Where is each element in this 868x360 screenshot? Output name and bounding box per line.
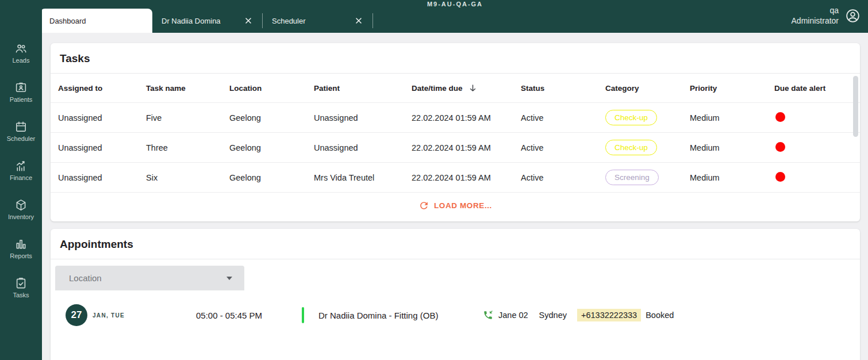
load-more-label: LOAD MORE... [434,201,492,210]
category-badge: Screening [605,170,659,185]
task-name: Three [146,143,229,152]
patient-badge-icon [14,81,28,94]
due-date-alert-dot [775,142,785,152]
people-icon [14,42,28,55]
col-due-date-alert[interactable]: Due date alert [774,84,860,93]
tab-label: Dashboard [49,17,86,25]
tasks-table-header: Assigned to Task name Location Patient D… [51,74,860,103]
task-location: Geelong [229,113,314,122]
topbar: M9-AU-QA-GA Dashboard Dr Nadiia Domina S… [42,0,868,33]
task-priority: Medium [690,113,774,122]
col-task-name[interactable]: Task name [146,84,229,93]
cube-icon [14,198,28,212]
close-icon[interactable] [244,16,253,25]
sidebar-item-reports[interactable]: Reports [0,238,42,261]
col-location[interactable]: Location [229,84,314,93]
appointment-time: 05:00 - 05:45 PM [196,311,302,320]
sort-descending-icon[interactable] [468,84,477,93]
sidebar: Leads Patients Scheduler Finance Invento… [0,0,42,360]
task-priority: Medium [690,143,774,152]
task-patient: Unassigned [314,113,412,122]
appointment-row[interactable]: 27 JAN, TUE 05:00 - 05:45 PM Dr Nadiia D… [51,298,860,332]
task-due: 22.02.2024 01:59 AM [412,113,521,122]
task-name: Five [146,113,229,122]
main-content: Tasks Assigned to Task name Location Pat… [42,33,868,360]
task-row[interactable]: Unassigned Six Geelong Mrs Vida Treutel … [51,163,860,193]
due-date-alert-dot [775,112,785,122]
task-assigned-to: Unassigned [58,143,146,152]
clipboard-check-icon [14,277,28,290]
category-badge: Check-up [605,110,657,125]
col-date-time-due[interactable]: Date/time due [412,84,521,93]
task-location: Geelong [229,173,314,182]
appointments-title: Appointments [51,229,860,259]
col-category[interactable]: Category [605,84,690,93]
col-status[interactable]: Status [521,84,605,93]
scrollbar[interactable] [853,76,858,137]
appointment-phone-number[interactable]: +61332222333 [577,309,641,321]
refresh-icon [418,200,429,211]
calendar-icon [14,120,28,133]
task-location: Geelong [229,143,314,152]
task-assigned-to: Unassigned [58,173,146,182]
task-status: Active [521,143,605,152]
task-status: Active [521,173,605,182]
sidebar-item-patients[interactable]: Patients [0,81,42,104]
appointment-title: Dr Nadiia Domina - Fitting (OB) [318,311,483,320]
appointments-filter-bar: Location [51,259,860,290]
tab-dr-nadiia-domina[interactable]: Dr Nadiia Domina [152,9,262,33]
tasks-card: Tasks Assigned to Task name Location Pat… [51,43,860,221]
bar-chart-icon [14,238,28,251]
appointments-card: Appointments Location 27 JAN, TUE 05:00 … [51,229,860,360]
sidebar-item-label: Tasks [13,292,29,298]
task-due: 22.02.2024 01:59 AM [412,173,521,182]
appointment-day-label: JAN, TUE [93,312,125,319]
sidebar-item-label: Inventory [8,213,34,220]
appointment-date: 27 JAN, TUE [66,304,196,326]
sidebar-item-inventory[interactable]: Inventory [0,198,42,221]
user-name-line: qa [792,5,839,16]
sidebar-item-label: Scheduler [7,135,36,142]
tab-label: Scheduler [272,17,306,25]
sidebar-item-label: Leads [13,57,30,64]
sidebar-item-label: Finance [10,174,32,181]
environment-label: M9-AU-QA-GA [42,1,868,7]
task-patient: Mrs Vida Treutel [314,173,412,182]
appointment-day-badge: 27 [66,304,87,326]
user-name: qa Administrator [792,5,839,26]
appointment-location: Sydney [539,311,567,320]
location-filter-select[interactable]: Location [55,266,244,290]
sidebar-item-label: Reports [10,252,32,259]
location-filter-label: Location [69,273,102,283]
task-row[interactable]: Unassigned Five Geelong Unassigned 22.02… [51,103,860,133]
appointment-status: Booked [646,311,674,320]
tab-dashboard[interactable]: Dashboard [40,9,152,33]
task-priority: Medium [690,173,774,182]
appointment-status-bar [302,307,304,323]
task-row[interactable]: Unassigned Three Geelong Unassigned 22.0… [51,133,860,163]
due-date-alert-dot [775,172,785,182]
task-patient: Unassigned [314,143,412,152]
col-label: Date/time due [412,84,463,93]
phone-callback-icon[interactable] [483,310,493,320]
trend-chart-icon [14,159,28,173]
task-status: Active [521,113,605,122]
sidebar-item-finance[interactable]: Finance [0,159,42,182]
user-menu[interactable]: qa Administrator [792,5,861,26]
load-more-button[interactable]: LOAD MORE... [51,193,860,218]
sidebar-item-leads[interactable]: Leads [0,42,42,65]
tab-label: Dr Nadiia Domina [162,17,221,25]
close-icon[interactable] [354,16,363,25]
tab-separator [372,13,373,28]
user-role-line: Administrator [792,16,839,26]
tab-scheduler[interactable]: Scheduler [263,9,372,33]
sidebar-item-scheduler[interactable]: Scheduler [0,120,42,143]
col-priority[interactable]: Priority [690,84,774,93]
chevron-down-icon [226,277,232,280]
task-assigned-to: Unassigned [58,113,146,122]
col-assigned-to[interactable]: Assigned to [58,84,146,93]
col-patient[interactable]: Patient [314,84,412,93]
sidebar-item-tasks[interactable]: Tasks [0,277,42,300]
tasks-title: Tasks [51,43,860,74]
account-avatar-icon[interactable] [845,8,861,24]
